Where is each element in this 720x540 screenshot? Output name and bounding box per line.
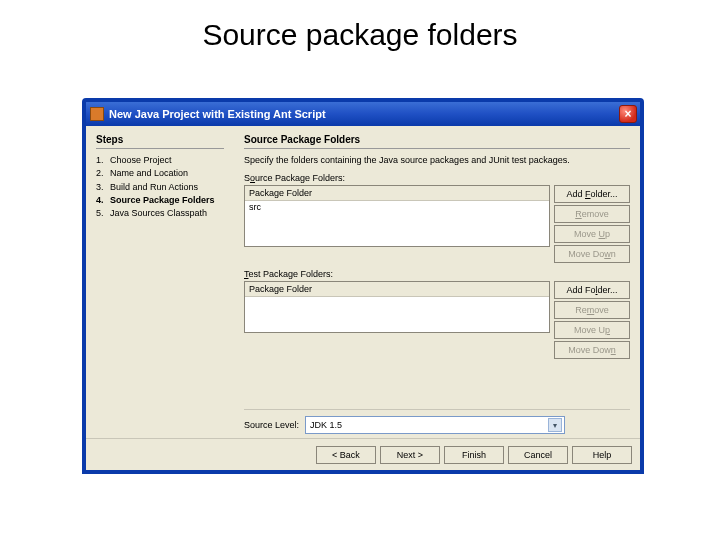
test-folders-label: Test Package Folders: xyxy=(244,269,630,279)
chevron-down-icon: ▾ xyxy=(548,418,562,432)
dialog-window: New Java Project with Existing Ant Scrip… xyxy=(82,98,644,474)
movedown-source-button: Move Down xyxy=(554,245,630,263)
source-folders-label: Source Package Folders: xyxy=(244,173,630,183)
test-buttons: Add Folder... Remove Move Up Move Down xyxy=(554,281,630,359)
step-4: 4.Source Package Folders xyxy=(96,195,224,206)
titlebar: New Java Project with Existing Ant Scrip… xyxy=(86,102,640,126)
step-2: 2.Name and Location xyxy=(96,168,224,179)
dialog-body: Steps 1.Choose Project 2.Name and Locati… xyxy=(86,126,640,438)
cancel-button[interactable]: Cancel xyxy=(508,446,568,464)
main-heading: Source Package Folders xyxy=(244,134,630,149)
source-folders-block: Package Folder src Add Folder... Remove … xyxy=(244,185,630,263)
window-title: New Java Project with Existing Ant Scrip… xyxy=(109,108,326,120)
movedown-test-button: Move Down xyxy=(554,341,630,359)
back-button[interactable]: < Back xyxy=(316,446,376,464)
source-level-label: Source Level: xyxy=(244,420,299,430)
source-folders-table[interactable]: Package Folder src xyxy=(244,185,550,247)
source-level-select[interactable]: JDK 1.5 ▾ xyxy=(305,416,565,434)
source-buttons: Add Folder... Remove Move Up Move Down xyxy=(554,185,630,263)
test-folders-block: Package Folder Add Folder... Remove Move… xyxy=(244,281,630,359)
remove-test-button: Remove xyxy=(554,301,630,319)
next-button[interactable]: Next > xyxy=(380,446,440,464)
close-button[interactable]: × xyxy=(619,105,637,123)
step-5: 5.Java Sources Classpath xyxy=(96,208,224,219)
step-3: 3.Build and Run Actions xyxy=(96,182,224,193)
steps-sidebar: Steps 1.Choose Project 2.Name and Locati… xyxy=(86,126,234,438)
add-source-folder-button[interactable]: Add Folder... xyxy=(554,185,630,203)
steps-list: 1.Choose Project 2.Name and Location 3.B… xyxy=(96,155,224,219)
slide-title: Source package folders xyxy=(0,0,720,60)
steps-heading: Steps xyxy=(96,134,224,149)
finish-button[interactable]: Finish xyxy=(444,446,504,464)
step-1: 1.Choose Project xyxy=(96,155,224,166)
add-test-folder-button[interactable]: Add Folder... xyxy=(554,281,630,299)
test-table-header: Package Folder xyxy=(245,282,549,297)
main-panel: Source Package Folders Specify the folde… xyxy=(234,126,640,438)
table-row[interactable]: src xyxy=(245,201,549,214)
source-table-header: Package Folder xyxy=(245,186,549,201)
close-icon: × xyxy=(624,108,631,120)
remove-source-button: Remove xyxy=(554,205,630,223)
moveup-source-button: Move Up xyxy=(554,225,630,243)
source-level-value: JDK 1.5 xyxy=(310,420,342,430)
source-level-row: Source Level: JDK 1.5 ▾ xyxy=(244,409,630,434)
help-button[interactable]: Help xyxy=(572,446,632,464)
moveup-test-button: Move Up xyxy=(554,321,630,339)
app-icon xyxy=(90,107,104,121)
instruction-text: Specify the folders containing the Java … xyxy=(244,155,630,165)
test-folders-table[interactable]: Package Folder xyxy=(244,281,550,333)
dialog-footer: < Back Next > Finish Cancel Help xyxy=(86,438,640,470)
